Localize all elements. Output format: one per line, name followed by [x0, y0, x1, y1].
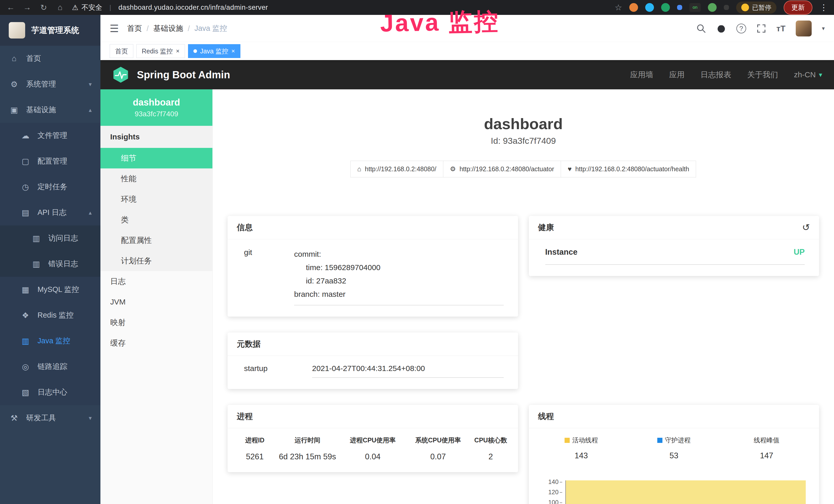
sba-nav-wallboard[interactable]: 应用墙 [630, 70, 653, 80]
sba-nav-applications[interactable]: 应用 [669, 70, 684, 80]
browser-menu-icon[interactable]: ⋮ [820, 3, 828, 12]
legend-live-threads: 活动线程 [535, 436, 628, 444]
avatar-caret-icon[interactable]: ▾ [822, 25, 825, 32]
active-dot-icon [193, 49, 197, 53]
extension-icon-3[interactable] [661, 3, 670, 12]
legend-label: 线程峰值 [754, 436, 780, 444]
sidebar-item-api-log[interactable]: ▤ API 日志 ▴ [0, 200, 101, 225]
redis-icon: ❖ [20, 311, 31, 320]
sba-item-mappings[interactable]: 映射 [101, 312, 213, 333]
font-size-icon[interactable]: тT [776, 24, 786, 33]
actuator-url-button[interactable]: ⚙ http://192.168.0.2:48080/actuator [443, 161, 561, 177]
sidebar-item-mysql[interactable]: ▦ MySQL 监控 [0, 277, 101, 302]
history-icon[interactable]: ↺ [802, 222, 810, 233]
sidebar-item-java-monitor[interactable]: ▥ Java 监控 [0, 328, 101, 354]
card-title: 元数据 [237, 339, 261, 349]
hamburger-icon[interactable]: ☰ [110, 23, 119, 35]
sidebar-item-label: 日志中心 [38, 387, 92, 397]
tab-label: Java 监控 [200, 47, 228, 55]
instance-title: dashboard [227, 115, 819, 133]
update-button[interactable]: 更新 [784, 1, 812, 15]
site-security-indicator[interactable]: ⚠ 不安全 [72, 3, 102, 12]
status-badge: UP [794, 248, 805, 257]
paused-badge[interactable]: 已暂停 [736, 2, 776, 14]
sidebar-item-error-log[interactable]: ▥ 错误日志 [0, 251, 101, 277]
gear-icon: ⚙ [9, 79, 20, 89]
logo-image [9, 22, 25, 39]
extension-icon-6[interactable] [724, 5, 729, 10]
extension-icon-1[interactable] [629, 3, 638, 12]
sba-item-caches[interactable]: 缓存 [101, 333, 213, 353]
tab-home[interactable]: 首页 [110, 44, 133, 58]
tab-label: 首页 [115, 47, 128, 55]
sba-item-logs[interactable]: 日志 [101, 271, 213, 292]
sidebar-item-label: Redis 监控 [38, 310, 92, 320]
health-instance-label[interactable]: Instance [545, 248, 578, 257]
extension-on-icon[interactable]: on [689, 3, 701, 12]
sba-item-metrics[interactable]: 性能 [101, 168, 213, 189]
sidebar-item-label: 定时任务 [38, 182, 92, 192]
sba-item-environment[interactable]: 环境 [101, 189, 213, 209]
tab-redis-monitor[interactable]: Redis 监控 × [136, 44, 185, 58]
sidebar-item-access-log[interactable]: ▥ 访问日志 [0, 225, 101, 251]
github-icon[interactable] [716, 24, 726, 33]
tab-java-monitor[interactable]: Java 监控 × [188, 44, 240, 58]
avatar[interactable] [796, 21, 812, 37]
sidebar-item-job[interactable]: ◷ 定时任务 [0, 174, 101, 200]
sba-title[interactable]: Spring Boot Admin [137, 69, 230, 81]
sba-nav-journal[interactable]: 日志报表 [700, 70, 731, 80]
chevron-up-icon: ▴ [89, 107, 92, 113]
sba-main: dashboard Id: 93a3fc7f7409 ⌂ http://192.… [213, 89, 834, 504]
fullscreen-icon[interactable] [756, 24, 766, 33]
sba-group-insights: Insights [101, 126, 213, 148]
browser-toolbar: ← → ↻ ⌂ ⚠ 不安全 | dashboard.yudao.iocoder.… [0, 0, 834, 15]
service-url-button[interactable]: ⌂ http://192.168.0.2:48080/ [350, 161, 443, 177]
paused-label: 已暂停 [752, 3, 771, 12]
reload-button[interactable]: ↻ [39, 3, 48, 12]
back-button[interactable]: ← [6, 3, 16, 12]
column-header: CPU核心数 [469, 436, 512, 444]
sba-item-config-props[interactable]: 配置属性 [101, 230, 213, 251]
health-url-button[interactable]: ♥ http://192.168.0.2:48080/actuator/heal… [561, 161, 696, 177]
sidebar-item-trace[interactable]: ◎ 链路追踪 [0, 354, 101, 380]
extension-icon-5[interactable] [708, 3, 717, 12]
breadcrumb-home[interactable]: 首页 [127, 23, 142, 33]
close-icon[interactable]: × [232, 47, 235, 55]
breadcrumb-separator: / [147, 24, 149, 33]
sba-locale-select[interactable]: zh-CN ▾ [794, 70, 822, 79]
sidebar-item-config[interactable]: ▢ 配置管理 [0, 148, 101, 174]
sidebar-item-home[interactable]: ⌂ 首页 [0, 46, 101, 71]
sba-nav-about[interactable]: 关于我们 [747, 70, 778, 80]
breadcrumb-infra[interactable]: 基础设施 [153, 23, 183, 33]
breadcrumb-current: Java 监控 [194, 23, 227, 33]
sba-item-scheduled-tasks[interactable]: 计划任务 [101, 251, 213, 271]
sba-instance-header[interactable]: dashboard 93a3fc7f7409 [101, 89, 213, 126]
close-icon[interactable]: × [176, 47, 179, 55]
sba-item-jvm[interactable]: JVM [101, 292, 213, 312]
sba-item-details[interactable]: 细节 [101, 148, 213, 168]
process-cpu: 0.04 [339, 452, 407, 461]
app-logo[interactable]: 芋道管理系统 [0, 15, 101, 46]
sidebar-item-system[interactable]: ⚙ 系统管理 ▾ [0, 71, 101, 97]
sidebar-item-redis[interactable]: ❖ Redis 监控 [0, 302, 101, 328]
sidebar-item-log-center[interactable]: ▧ 日志中心 [0, 380, 101, 405]
browser-home-button[interactable]: ⌂ [56, 3, 65, 12]
extension-icon-2[interactable] [645, 3, 654, 12]
extension-icon-4[interactable] [677, 5, 682, 10]
sidebar-item-infra[interactable]: ▣ 基础设施 ▴ [0, 97, 101, 123]
search-icon[interactable] [696, 24, 706, 33]
spring-boot-admin-logo-icon[interactable] [112, 66, 129, 83]
forward-button[interactable]: → [23, 3, 32, 12]
sidebar-item-devtools[interactable]: ⚒ 研发工具 ▾ [0, 405, 101, 431]
actuator-url-label: http://192.168.0.2:48080/actuator [460, 165, 554, 173]
edit-icon: ▢ [20, 157, 31, 166]
daemon-threads-value: 53 [628, 451, 720, 460]
sidebar-item-file[interactable]: ☁ 文件管理 [0, 123, 101, 148]
sba-item-classes[interactable]: 类 [101, 209, 213, 230]
sidebar-item-label: 错误日志 [48, 259, 92, 269]
bookmark-star-icon[interactable]: ☆ [615, 3, 622, 12]
warning-icon: ⚠ [72, 3, 78, 12]
help-icon[interactable]: ? [737, 24, 746, 33]
git-commit-label: commit: [294, 248, 504, 261]
url-text[interactable]: dashboard.yudao.iocoder.cn/infra/admin-s… [118, 4, 268, 12]
